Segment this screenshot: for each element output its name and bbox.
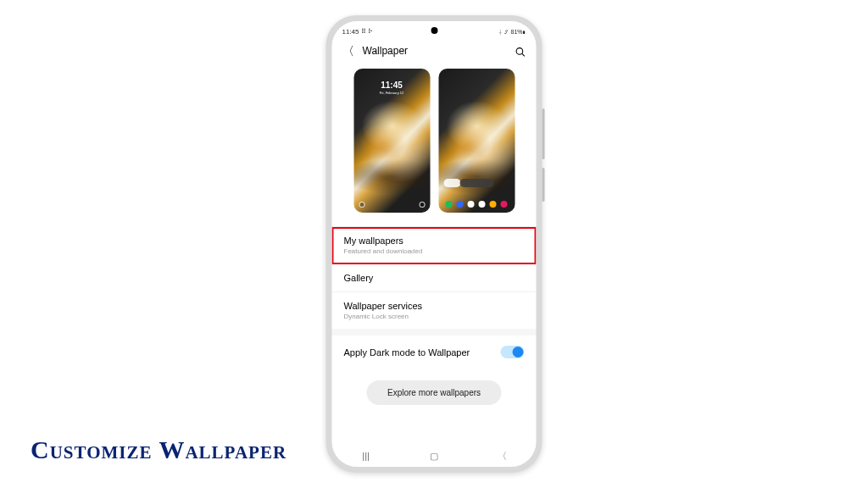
home-search-widget xyxy=(443,179,460,187)
phone-screen: 11:45 ⠿ ⠗ ⟊ ⫽ 81%▮ 〈 Wallpaper 11:45 Fri… xyxy=(332,21,537,467)
dark-mode-toggle[interactable] xyxy=(501,346,525,358)
nav-recent-icon[interactable]: ||| xyxy=(358,451,375,461)
home-widget xyxy=(459,179,493,187)
volume-rocker xyxy=(542,108,545,159)
wallpaper-previews: 11:45 Fri, February 12 xyxy=(332,65,537,226)
explore-section: Explore more wallpapers xyxy=(332,369,537,445)
android-navbar: ||| ▢ 〈 xyxy=(332,445,537,467)
option-wallpaper-services[interactable]: Wallpaper services Dynamic Lock screen xyxy=(332,292,537,329)
option-gallery[interactable]: Gallery xyxy=(332,264,537,292)
option-sub: Featured and downloaded xyxy=(344,247,525,255)
search-icon[interactable] xyxy=(515,46,526,57)
nav-home-icon[interactable]: ▢ xyxy=(426,451,442,462)
svg-line-1 xyxy=(522,53,525,56)
wallpaper-options-list: My wallpapers Featured and downloaded Ga… xyxy=(332,226,537,329)
explore-more-button[interactable]: Explore more wallpapers xyxy=(367,380,501,405)
option-my-wallpapers[interactable]: My wallpapers Featured and downloaded xyxy=(332,227,537,264)
caption-text: Customize Wallpaper xyxy=(31,435,287,464)
power-button xyxy=(542,168,545,202)
dark-mode-row: Apply Dark mode to Wallpaper xyxy=(332,336,537,369)
nav-back-icon[interactable]: 〈 xyxy=(493,450,510,463)
lock-date: Fri, February 12 xyxy=(353,91,430,95)
page-header: 〈 Wallpaper xyxy=(332,38,537,65)
camera-hole xyxy=(431,27,437,34)
option-label: My wallpapers xyxy=(344,236,525,246)
lock-bottom-icons xyxy=(359,202,425,208)
status-time: 11:45 ⠿ ⠗ xyxy=(342,28,374,36)
lockscreen-preview[interactable]: 11:45 Fri, February 12 xyxy=(353,69,430,213)
status-right: ⟊ ⫽ 81%▮ xyxy=(498,29,526,35)
svg-point-0 xyxy=(516,47,523,54)
page-title: Wallpaper xyxy=(363,45,507,57)
dark-mode-label: Apply Dark mode to Wallpaper xyxy=(344,347,470,358)
lock-time: 11:45 xyxy=(353,80,430,90)
option-label: Wallpaper services xyxy=(344,301,525,311)
phone-frame: 11:45 ⠿ ⠗ ⟊ ⫽ 81%▮ 〈 Wallpaper 11:45 Fri… xyxy=(326,15,542,473)
back-icon[interactable]: 〈 xyxy=(342,45,354,57)
home-dock xyxy=(443,201,509,208)
option-sub: Dynamic Lock screen xyxy=(344,313,525,320)
homescreen-preview[interactable] xyxy=(438,69,515,213)
toggle-knob xyxy=(513,347,524,358)
option-label: Gallery xyxy=(344,273,525,283)
